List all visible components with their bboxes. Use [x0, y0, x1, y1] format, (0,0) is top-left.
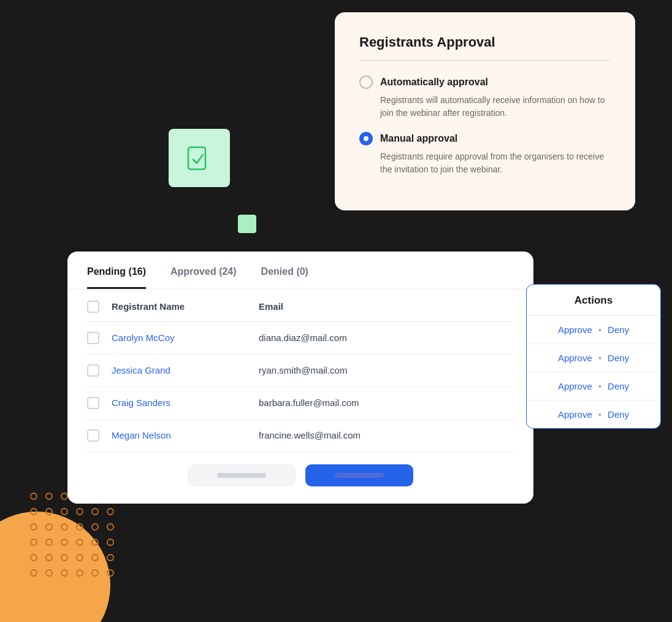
svg-point-16 — [92, 524, 98, 530]
svg-point-13 — [46, 524, 52, 530]
svg-point-30 — [31, 570, 37, 576]
svg-point-20 — [61, 539, 67, 545]
row3-name[interactable]: Craig Sanders — [112, 397, 170, 408]
manual-desc: Registrants require approval from the or… — [380, 150, 611, 176]
save-button[interactable] — [305, 464, 413, 486]
auto-radio[interactable] — [359, 75, 373, 89]
row2-email-col: ryan.smith@mail.com — [259, 365, 514, 376]
tab-pending[interactable]: Pending (16) — [87, 266, 146, 289]
manual-radio[interactable] — [359, 132, 373, 145]
svg-point-14 — [61, 524, 67, 530]
row1-checkbox[interactable] — [87, 332, 99, 344]
auto-label: Automatically approval — [380, 77, 488, 88]
svg-point-1 — [46, 493, 52, 499]
deny-button-1[interactable]: Deny — [608, 324, 629, 335]
deny-button-4[interactable]: Deny — [608, 409, 629, 420]
approve-button-3[interactable]: Approve — [558, 381, 592, 391]
row3-check-col — [87, 397, 112, 409]
row4-check-col — [87, 429, 112, 442]
row4-checkbox[interactable] — [87, 429, 99, 442]
table-row: Jessica Grand ryan.smith@mail.com — [87, 355, 514, 387]
svg-point-9 — [77, 509, 83, 515]
deny-button-2[interactable]: Deny — [608, 353, 629, 363]
svg-point-17 — [107, 524, 113, 530]
manual-approval-option[interactable]: Manual approval Registrants require appr… — [359, 132, 611, 176]
svg-point-24 — [31, 555, 37, 561]
table-row: Carolyn McCoy diana.diaz@mail.com — [87, 322, 514, 355]
action-dot-4: • — [598, 409, 601, 420]
action-row-3: Approve • Deny — [527, 372, 660, 401]
tabs-row: Pending (16) Approved (24) Denied (0) — [67, 251, 533, 290]
row2-check-col — [87, 364, 112, 377]
svg-point-28 — [92, 555, 98, 561]
auto-approval-option[interactable]: Automatically approval Registrants will … — [359, 75, 611, 120]
table-header: Registrant Name Email — [87, 290, 514, 322]
svg-point-23 — [107, 539, 113, 545]
row4-name[interactable]: Megan Nelson — [112, 430, 171, 440]
svg-point-6 — [31, 509, 37, 515]
row1-name-col: Carolyn McCoy — [112, 332, 259, 344]
svg-point-10 — [92, 509, 98, 515]
approval-panel: Registrants Approval Automatically appro… — [335, 12, 635, 210]
action-row-2: Approve • Deny — [527, 344, 660, 372]
select-all-checkbox[interactable] — [87, 301, 99, 313]
row1-name[interactable]: Carolyn McCoy — [112, 332, 175, 343]
auto-desc: Registrants will automatically receive i… — [380, 94, 611, 120]
svg-point-33 — [77, 570, 83, 576]
row2-name-col: Jessica Grand — [112, 365, 259, 376]
approve-button-4[interactable]: Approve — [558, 409, 592, 420]
svg-point-12 — [31, 524, 37, 530]
register-check-icon — [185, 144, 214, 173]
header-email-col: Email — [259, 301, 514, 312]
svg-point-21 — [77, 539, 83, 545]
svg-point-7 — [46, 509, 52, 515]
approve-button-1[interactable]: Approve — [558, 324, 592, 335]
svg-point-26 — [61, 555, 67, 561]
header-name-col: Registrant Name — [112, 301, 259, 312]
svg-point-19 — [46, 539, 52, 545]
action-row-4: Approve • Deny — [527, 401, 660, 428]
row1-email-col: diana.diaz@mail.com — [259, 332, 514, 344]
row3-name-col: Craig Sanders — [112, 397, 259, 409]
table-container: Registrant Name Email Carolyn McCoy dian… — [67, 290, 533, 452]
actions-title: Actions — [527, 285, 660, 316]
svg-point-32 — [61, 570, 67, 576]
tab-approved[interactable]: Approved (24) — [170, 266, 237, 289]
row2-name[interactable]: Jessica Grand — [112, 365, 170, 375]
action-dot-2: • — [598, 353, 601, 363]
svg-point-31 — [46, 570, 52, 576]
row2-checkbox[interactable] — [87, 364, 99, 377]
row3-checkbox[interactable] — [87, 397, 99, 409]
registrants-table-panel: Pending (16) Approved (24) Denied (0) Re… — [67, 251, 533, 504]
table-row: Megan Nelson francine.wells@mail.com — [87, 420, 514, 452]
svg-point-34 — [92, 570, 98, 576]
buttons-row — [67, 452, 533, 504]
deny-button-3[interactable]: Deny — [608, 381, 629, 391]
svg-point-27 — [77, 555, 83, 561]
header-check-col — [87, 301, 112, 313]
row4-email-col: francine.wells@mail.com — [259, 430, 514, 441]
svg-rect-36 — [188, 147, 205, 169]
tab-denied[interactable]: Denied (0) — [261, 266, 308, 289]
svg-point-8 — [61, 509, 67, 515]
svg-point-35 — [107, 570, 113, 576]
row3-email-col: barbara.fuller@mail.com — [259, 397, 514, 409]
table-row: Craig Sanders barbara.fuller@mail.com — [87, 387, 514, 420]
row3-email: barbara.fuller@mail.com — [259, 397, 359, 408]
approval-divider — [359, 60, 611, 61]
register-icon-badge — [169, 129, 230, 187]
approve-button-2[interactable]: Approve — [558, 353, 592, 363]
svg-point-29 — [107, 555, 113, 561]
action-row-1: Approve • Deny — [527, 316, 660, 344]
manual-label: Manual approval — [380, 133, 457, 144]
row1-email: diana.diaz@mail.com — [259, 332, 347, 343]
svg-point-11 — [107, 509, 113, 515]
svg-point-0 — [31, 493, 37, 499]
cancel-button[interactable] — [188, 464, 296, 486]
svg-point-15 — [77, 524, 83, 530]
row1-check-col — [87, 332, 112, 344]
action-dot-3: • — [598, 381, 601, 391]
row2-email: ryan.smith@mail.com — [259, 365, 347, 375]
svg-point-25 — [46, 555, 52, 561]
row4-name-col: Megan Nelson — [112, 430, 259, 441]
